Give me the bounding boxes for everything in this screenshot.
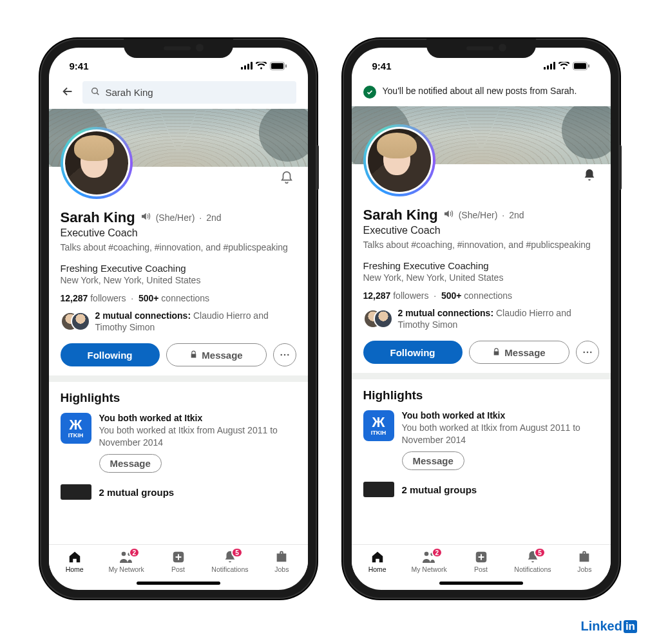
notification-bell-button[interactable] xyxy=(582,168,597,185)
notch xyxy=(426,39,536,58)
status-icons xyxy=(241,62,287,70)
group-thumb xyxy=(363,482,394,497)
network-badge: 2 xyxy=(432,547,443,558)
profile-info: Sarah King (She/Her) · 2nd Executive Coa… xyxy=(352,203,611,373)
status-time: 9:41 xyxy=(70,61,89,71)
wifi-icon xyxy=(559,62,569,70)
highlights-heading: Highlights xyxy=(363,388,599,402)
cellular-icon xyxy=(544,62,555,70)
home-icon xyxy=(370,550,385,564)
highlight-subtitle: You both worked at Itkix from August 201… xyxy=(99,424,296,449)
home-indicator[interactable] xyxy=(352,576,611,590)
svg-point-9 xyxy=(283,354,285,356)
notifications-badge: 5 xyxy=(534,547,546,558)
tab-jobs[interactable]: Jobs xyxy=(559,545,610,576)
tab-home[interactable]: Home xyxy=(352,545,403,576)
highlights-section: Highlights ЖITKIH You both worked at Itk… xyxy=(49,382,308,500)
tab-notifications[interactable]: 5 Notifications xyxy=(507,545,559,576)
highlight-item[interactable]: ЖITKIH You both worked at Itkix You both… xyxy=(61,413,296,473)
more-actions-button[interactable] xyxy=(273,343,296,366)
svg-rect-15 xyxy=(547,66,549,70)
highlight-item[interactable]: ЖITKIH You both worked at Itkix You both… xyxy=(363,410,599,470)
highlight-message-button[interactable]: Message xyxy=(402,451,464,470)
home-indicator[interactable] xyxy=(49,576,308,590)
mutual-avatars xyxy=(363,309,392,328)
message-button[interactable]: Message xyxy=(166,343,267,366)
search-query: Sarah King xyxy=(106,87,153,98)
tab-post[interactable]: Post xyxy=(455,545,506,576)
lock-icon xyxy=(492,347,501,358)
highlights-section: Highlights ЖITKIH You both worked at Itk… xyxy=(352,379,611,497)
section-divider xyxy=(352,373,611,379)
jobs-icon xyxy=(577,550,591,564)
notification-bell-button[interactable] xyxy=(280,171,294,187)
tab-network[interactable]: 2 My Network xyxy=(403,545,455,576)
svg-point-21 xyxy=(583,352,585,354)
tab-network[interactable]: 2 My Network xyxy=(100,545,152,576)
tab-jobs[interactable]: Jobs xyxy=(256,545,307,576)
pronouns: (She/Her) xyxy=(156,213,195,223)
network-badge: 2 xyxy=(129,547,140,558)
company-name: Freshing Executive Coaching xyxy=(61,263,296,274)
svg-point-24 xyxy=(425,552,429,556)
back-button[interactable] xyxy=(61,84,75,101)
profile-name: Sarah King xyxy=(363,207,438,223)
message-button[interactable]: Message xyxy=(469,341,569,364)
talks-about: Talks about #coaching, #innovation, and … xyxy=(363,239,599,251)
tab-post[interactable]: Post xyxy=(152,545,204,576)
svg-rect-19 xyxy=(574,63,586,69)
svg-rect-3 xyxy=(251,62,253,70)
highlight-message-button[interactable]: Message xyxy=(99,454,162,473)
profile-info: Sarah King (She/Her) · 2nd Executive Coa… xyxy=(49,205,308,375)
phone-right: 9:41 You'll be notified about all new po… xyxy=(343,39,620,599)
search-icon xyxy=(90,86,100,99)
top-bar: Sarah King xyxy=(49,76,308,109)
battery-icon xyxy=(573,62,590,70)
notch xyxy=(124,39,233,58)
profile-photo[interactable] xyxy=(61,127,133,199)
highlight-item-groups[interactable]: 2 mutual groups xyxy=(61,484,296,500)
wifi-icon xyxy=(256,62,267,70)
svg-point-22 xyxy=(586,352,588,354)
tab-notifications[interactable]: 5 Notifications xyxy=(204,545,256,576)
company-logo: ЖITKIH xyxy=(363,410,394,441)
search-input[interactable]: Sarah King xyxy=(82,81,296,104)
svg-point-10 xyxy=(287,354,289,356)
post-icon xyxy=(474,550,488,564)
following-button[interactable]: Following xyxy=(363,341,463,364)
company-name: Freshing Executive Coaching xyxy=(363,260,599,271)
connection-degree: 2nd xyxy=(206,213,221,223)
svg-rect-6 xyxy=(285,64,287,68)
headline: Executive Coach xyxy=(363,225,599,236)
jobs-icon xyxy=(274,550,289,564)
tab-home[interactable]: Home xyxy=(49,545,100,576)
pronounce-icon[interactable] xyxy=(140,211,151,225)
toast-text: You'll be notified about all new posts f… xyxy=(383,85,577,97)
following-button[interactable]: Following xyxy=(61,343,160,366)
location: New York, New York, United States xyxy=(363,272,599,283)
connection-degree: 2nd xyxy=(509,210,524,220)
mutual-connections[interactable]: 2 mutual connections: Claudio Hierro and… xyxy=(363,307,599,330)
profile-photo[interactable] xyxy=(363,124,435,196)
highlight-title: You both worked at Itkix xyxy=(402,410,599,421)
notifications-icon: 5 xyxy=(526,550,540,564)
pronounce-icon[interactable] xyxy=(443,208,454,222)
svg-point-8 xyxy=(280,354,282,356)
bottom-nav: Home 2 My Network Post 5 Notifications J… xyxy=(49,544,308,576)
highlight-item-groups[interactable]: 2 mutual groups xyxy=(363,482,599,497)
cellular-icon xyxy=(241,62,253,70)
phone-left: 9:41 Sarah King xyxy=(40,39,317,599)
profile-name: Sarah King xyxy=(61,209,135,226)
network-icon: 2 xyxy=(421,550,437,564)
follower-stats[interactable]: 12,287 followers · 500+ connections xyxy=(61,293,296,303)
mutual-connections[interactable]: 2 mutual connections: Claudio Hierro and… xyxy=(61,310,296,333)
svg-rect-5 xyxy=(271,63,283,69)
svg-point-11 xyxy=(122,552,126,556)
mutual-avatars xyxy=(61,312,89,331)
check-icon xyxy=(363,86,376,99)
follower-stats[interactable]: 12,287 followers · 500+ connections xyxy=(363,290,599,301)
location: New York, New York, United States xyxy=(61,275,296,285)
network-icon: 2 xyxy=(119,550,134,564)
more-actions-button[interactable] xyxy=(576,341,599,364)
status-time: 9:41 xyxy=(372,61,392,71)
